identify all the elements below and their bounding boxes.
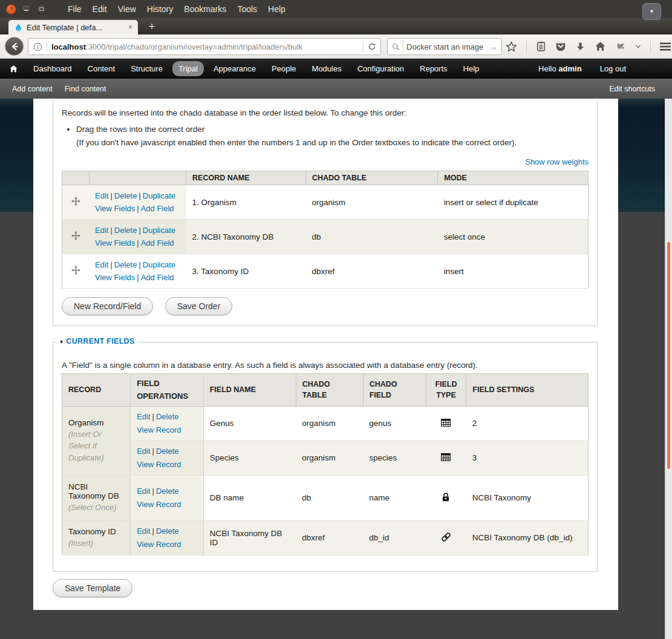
bookmarks-menu-icon[interactable]: [536, 41, 546, 52]
shortcut-find-content[interactable]: Find content: [65, 85, 106, 93]
record-cell-taxonomy-id: Taxonomy ID (Insert): [62, 520, 131, 555]
scrollbar-thumb[interactable]: [667, 242, 670, 469]
edit-shortcuts-link[interactable]: Edit shortcuts: [609, 85, 655, 93]
drag-handle[interactable]: [62, 220, 90, 254]
duplicate-link[interactable]: Duplicate: [143, 260, 175, 269]
header-field-type: FIELD TYPE: [426, 374, 466, 407]
current-fields-fieldset: ▾ CURRENT FIELDS A "Field" is a single c…: [53, 342, 598, 572]
home-icon[interactable]: [595, 41, 606, 52]
edit-link[interactable]: Edit: [137, 487, 150, 496]
save-template-button[interactable]: Save Template: [53, 579, 132, 597]
edit-link[interactable]: Edit: [137, 526, 150, 536]
edit-link[interactable]: Edit: [137, 447, 150, 456]
toolbar-item-tripal-active[interactable]: Tripal: [172, 61, 204, 76]
edit-link[interactable]: Edit: [95, 226, 108, 235]
edit-link[interactable]: Edit: [137, 412, 150, 421]
tab-close-icon[interactable]: ×: [128, 23, 132, 31]
drupal-home-icon[interactable]: [9, 65, 18, 73]
window-minimize-button[interactable]: [21, 4, 31, 15]
edit-link[interactable]: Edit: [95, 260, 108, 269]
add-field-link[interactable]: Add Field: [141, 238, 174, 247]
search-bar[interactable]: Docker start an image →: [387, 38, 502, 55]
record-operations: Edit|Delete|Duplicate View Fields|Add Fi…: [89, 220, 186, 254]
duplicate-link[interactable]: Duplicate: [143, 191, 175, 200]
extension-icon[interactable]: [615, 42, 626, 51]
window-close-button[interactable]: [6, 4, 16, 15]
urlbar-divider: [47, 41, 47, 52]
duplicate-link[interactable]: Duplicate: [143, 226, 175, 235]
delete-link[interactable]: Delete: [156, 412, 179, 421]
view-record-link[interactable]: View Record: [137, 500, 181, 509]
bookmark-star-icon[interactable]: [506, 41, 517, 53]
new-record-field-button[interactable]: New Record/Field: [62, 297, 153, 315]
field-operations: Edit|Delete View Record: [131, 520, 204, 555]
window-maximize-button[interactable]: [36, 4, 47, 15]
toolbar-item-structure[interactable]: Structure: [123, 59, 171, 79]
toolbar-divider: [526, 41, 527, 53]
overlay-scrollbar[interactable]: [665, 99, 672, 639]
delete-link[interactable]: Delete: [156, 487, 179, 496]
pocket-icon[interactable]: [555, 41, 566, 52]
downloads-icon[interactable]: [575, 42, 586, 52]
view-record-link[interactable]: View Record: [137, 540, 181, 549]
toolbar-item-modules[interactable]: Modules: [304, 59, 350, 79]
view-fields-link[interactable]: View Fields: [95, 204, 135, 213]
reload-button[interactable]: [359, 41, 380, 52]
search-input[interactable]: Docker start an image: [406, 42, 488, 51]
browser-tab-active[interactable]: Edit Template | defa... ×: [8, 20, 138, 34]
lock-field-type-icon: [426, 475, 466, 520]
drupal-admin-toolbar: Dashboard Content Structure Tripal Appea…: [0, 59, 672, 79]
delete-link[interactable]: Delete: [156, 447, 179, 456]
add-field-link[interactable]: Add Field: [141, 204, 174, 213]
toolbar-item-dashboard[interactable]: Dashboard: [25, 59, 80, 79]
toolbar-item-help[interactable]: Help: [455, 59, 488, 79]
record-row-taxonomy-id: Edit|Delete|Duplicate View Fields|Add Fi…: [62, 254, 589, 289]
new-tab-button[interactable]: +: [143, 19, 161, 34]
menu-tools[interactable]: Tools: [232, 4, 263, 14]
back-arrow-icon: [10, 42, 19, 51]
save-order-button[interactable]: Save Order: [165, 297, 233, 315]
back-button[interactable]: [5, 37, 24, 56]
toolbar-toggle-button[interactable]: ▼: [642, 3, 661, 20]
shortcut-add-content[interactable]: Add content: [12, 85, 53, 93]
overlay-panel: Records will be inserted into the chado …: [33, 99, 618, 610]
show-row-weights-link[interactable]: Show row weights: [525, 157, 589, 166]
edit-link[interactable]: Edit: [95, 191, 108, 200]
url-bar[interactable]: localhost:3000/tripal/chado/organism#ove…: [28, 38, 381, 55]
menu-bookmarks[interactable]: Bookmarks: [178, 4, 232, 14]
toolbar-item-people[interactable]: People: [264, 59, 304, 79]
menu-view[interactable]: View: [113, 4, 142, 14]
toolbar-item-appearance[interactable]: Appearance: [206, 59, 264, 79]
drag-handle[interactable]: [62, 185, 90, 220]
add-field-link[interactable]: Add Field: [141, 273, 174, 282]
delete-link[interactable]: Delete: [114, 191, 137, 200]
records-instructions-list: Drag the rows into the correct order (If…: [65, 123, 589, 149]
menu-history[interactable]: History: [142, 4, 179, 14]
current-fields-legend[interactable]: ▾ CURRENT FIELDS: [56, 337, 139, 346]
toolbar-item-content[interactable]: Content: [80, 59, 123, 79]
header-field-settings: FIELD SETTINGS: [466, 374, 589, 407]
toolbar-item-configuration[interactable]: Configuration: [350, 59, 412, 79]
header-operations: [89, 171, 186, 185]
view-record-link[interactable]: View Record: [137, 460, 181, 469]
menu-help[interactable]: Help: [263, 4, 291, 14]
drag-handle[interactable]: [62, 254, 90, 289]
view-record-link[interactable]: View Record: [137, 425, 181, 434]
record-operations: Edit|Delete|Duplicate View Fields|Add Fi…: [89, 254, 186, 289]
view-fields-link[interactable]: View Fields: [95, 273, 135, 282]
ubuntu-menubar: File Edit View History Bookmarks Tools H…: [0, 0, 672, 18]
menu-hamburger-icon[interactable]: [660, 42, 671, 51]
site-info-icon[interactable]: [33, 42, 42, 51]
delete-link[interactable]: Delete: [156, 526, 179, 536]
menu-edit[interactable]: Edit: [87, 4, 113, 14]
logout-link[interactable]: Log out: [600, 64, 626, 73]
extension-chevron-icon[interactable]: [635, 44, 641, 49]
toolbar-item-reports[interactable]: Reports: [412, 59, 455, 79]
delete-link[interactable]: Delete: [114, 226, 137, 235]
chado-field-cell: genus: [363, 406, 426, 441]
record-name-cell: 3. Taxonomy ID: [186, 254, 306, 289]
delete-link[interactable]: Delete: [114, 260, 137, 269]
menu-file[interactable]: File: [62, 4, 87, 14]
view-fields-link[interactable]: View Fields: [95, 238, 135, 247]
search-go-icon[interactable]: →: [489, 42, 497, 51]
